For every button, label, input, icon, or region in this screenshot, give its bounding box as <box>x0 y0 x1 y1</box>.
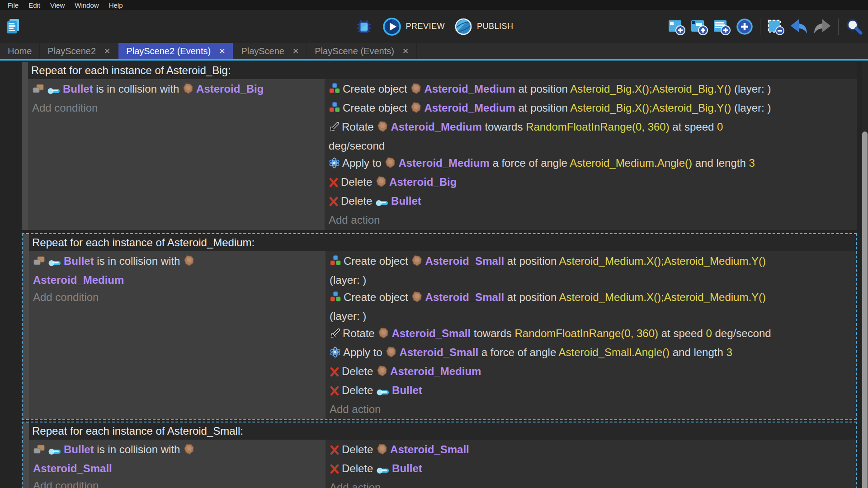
scrollbar-thumb[interactable] <box>862 131 868 488</box>
action-row[interactable]: Delete Asteroid_Small <box>330 441 852 460</box>
instruction-text: Create object <box>343 102 410 114</box>
delete-selection-button[interactable] <box>766 17 785 36</box>
expression-text: RandomFloatInRange(0, 360) <box>526 121 670 133</box>
publish-button[interactable]: PUBLISH <box>454 17 514 36</box>
tab-close-icon[interactable]: ✕ <box>219 47 225 56</box>
project-manager-button[interactable] <box>5 18 21 35</box>
add-circle-icon <box>735 17 754 36</box>
menu-bar: File Edit View Window Help <box>0 0 868 10</box>
event-drag-handle[interactable] <box>22 62 28 230</box>
condition-row[interactable]: Bullet is in collision with Asteroid_Big <box>32 80 321 99</box>
actions-cell[interactable]: Delete Asteroid_SmallDelete BulletAdd ac… <box>326 440 856 488</box>
add-condition-button[interactable]: Add condition <box>33 289 321 306</box>
undo-button[interactable] <box>789 18 809 36</box>
asteroid-icon <box>411 254 423 272</box>
event-block[interactable]: Repeat for each instance of Asteroid_Sma… <box>22 422 857 488</box>
tab-playscene-events[interactable]: PlayScene (Events) ✕ <box>307 43 417 59</box>
add-other-event-button[interactable] <box>735 17 754 36</box>
add-condition-button[interactable]: Add condition <box>32 99 321 117</box>
add-event-button[interactable] <box>667 17 686 36</box>
instruction-text: Delete <box>342 384 376 396</box>
action-row[interactable]: Apply to Asteroid_Small a force of angle… <box>330 344 852 363</box>
redo-button[interactable] <box>812 18 832 36</box>
event-drag-handle[interactable] <box>23 422 29 488</box>
asteroid-icon <box>410 82 422 99</box>
asteroid-icon <box>183 254 195 272</box>
tab-close-icon[interactable]: ✕ <box>402 47 409 56</box>
preview-button[interactable]: PREVIEW <box>382 17 445 36</box>
object-name: Asteroid_Small <box>392 327 471 339</box>
tab-playscene2-events[interactable]: PlayScene2 (Events) ✕ <box>118 43 233 59</box>
add-subevent-button[interactable] <box>690 17 709 36</box>
object-name: Bullet <box>63 83 93 95</box>
add-action-button[interactable]: Add action <box>330 479 852 488</box>
menu-item-window[interactable]: Window <box>70 1 104 9</box>
event-header[interactable]: Repeat for each instance of Asteroid_Big… <box>28 62 857 79</box>
action-row[interactable]: Delete Asteroid_Big <box>329 174 853 192</box>
instruction-text: and length <box>692 157 749 169</box>
object-name: Asteroid_Medium <box>33 274 124 286</box>
tab-label: Home <box>8 46 32 56</box>
action-row[interactable]: Create object Asteroid_Small at position… <box>330 253 852 289</box>
menu-item-view[interactable]: View <box>45 1 70 9</box>
asteroid-icon <box>376 443 388 460</box>
menu-item-edit[interactable]: Edit <box>24 1 45 9</box>
event-drag-handle[interactable] <box>23 234 29 419</box>
preview-label: PREVIEW <box>406 22 445 31</box>
instruction-text: Create object <box>343 83 410 95</box>
create-icon <box>329 82 340 99</box>
action-row[interactable]: Delete Bullet <box>330 460 852 479</box>
condition-row[interactable]: Bullet is in collision with Asteroid_Med… <box>33 253 321 289</box>
instruction-text: Create object <box>344 255 411 267</box>
scrollbar-track[interactable] <box>862 61 868 488</box>
action-row[interactable]: Create object Asteroid_Medium at positio… <box>329 80 853 99</box>
tab-close-icon[interactable]: ✕ <box>104 47 110 56</box>
action-row[interactable]: Create object Asteroid_Small at position… <box>330 289 852 325</box>
object-name: Asteroid_Medium <box>398 157 489 169</box>
instruction-text: towards <box>482 121 526 133</box>
force-icon <box>329 156 340 174</box>
tab-home[interactable]: Home <box>0 43 40 59</box>
event-header[interactable]: Repeat for each instance of Asteroid_Sma… <box>29 422 856 440</box>
action-row[interactable]: Delete Bullet <box>329 192 853 211</box>
search-events-button[interactable] <box>844 17 863 36</box>
action-row[interactable]: Rotate Asteroid_Small towards RandomFloa… <box>330 325 852 344</box>
add-action-button[interactable]: Add action <box>330 401 852 418</box>
add-condition-button[interactable]: Add condition <box>33 477 321 488</box>
object-name: Asteroid_Big <box>196 83 264 95</box>
add-action-button[interactable]: Add action <box>329 211 853 229</box>
condition-row[interactable]: Bullet is in collision with Asteroid_Sma… <box>33 441 321 477</box>
action-row[interactable]: Delete Bullet <box>330 382 852 401</box>
event-sheet[interactable]: Repeat for each instance of Asteroid_Big… <box>0 61 868 488</box>
action-row[interactable]: Delete Asteroid_Medium <box>330 363 852 382</box>
conditions-cell[interactable]: Bullet is in collision with Asteroid_Sma… <box>29 440 326 488</box>
bullet-icon <box>376 462 390 479</box>
instruction-text: Rotate <box>343 327 377 339</box>
instruction-text: at position <box>515 83 570 95</box>
add-comment-button[interactable] <box>712 17 731 36</box>
conditions-cell[interactable]: Bullet is in collision with Asteroid_Big… <box>28 79 325 230</box>
object-name: Asteroid_Medium <box>424 102 515 114</box>
tab-close-icon[interactable]: ✕ <box>292 47 299 56</box>
tab-playscene[interactable]: PlayScene ✕ <box>233 43 307 59</box>
tab-label: PlayScene (Events) <box>315 46 394 56</box>
delete-icon <box>330 462 340 479</box>
actions-cell[interactable]: Create object Asteroid_Medium at positio… <box>325 79 857 230</box>
conditions-cell[interactable]: Bullet is in collision with Asteroid_Med… <box>29 251 326 419</box>
add-event-icon <box>667 17 686 36</box>
action-row[interactable]: Apply to Asteroid_Medium a force of angl… <box>329 155 853 174</box>
action-row[interactable]: Rotate Asteroid_Medium towards RandomFlo… <box>329 118 853 155</box>
menu-item-help[interactable]: Help <box>104 1 128 9</box>
event-block[interactable]: Repeat for each instance of Asteroid_Big… <box>22 62 857 230</box>
actions-cell[interactable]: Create object Asteroid_Small at position… <box>326 251 856 419</box>
event-block[interactable]: Repeat for each instance of Asteroid_Med… <box>22 233 857 420</box>
menu-item-file[interactable]: File <box>3 1 24 9</box>
event-header[interactable]: Repeat for each instance of Asteroid_Med… <box>29 234 856 251</box>
action-row[interactable]: Create object Asteroid_Medium at positio… <box>329 99 853 118</box>
tab-playscene2[interactable]: PlayScene2 ✕ <box>40 43 118 59</box>
create-icon <box>329 101 340 118</box>
object-name: Asteroid_Medium <box>424 83 515 95</box>
instruction-text: Delete <box>342 365 376 377</box>
bullet-icon <box>48 443 61 460</box>
debug-button[interactable] <box>354 17 373 36</box>
